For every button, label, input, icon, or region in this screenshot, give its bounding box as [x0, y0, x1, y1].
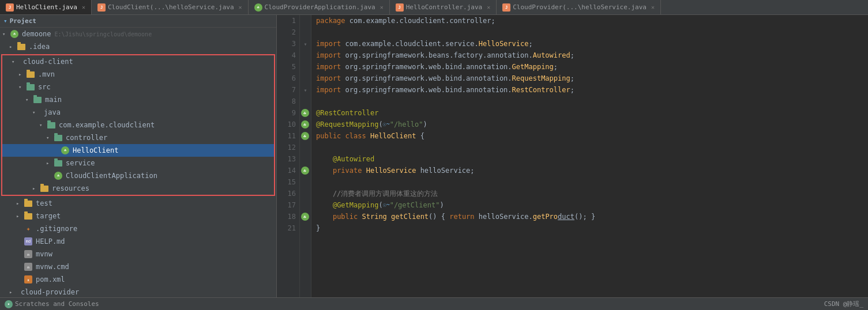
- tree-root-path: E:\Jishu\springcloud\demoone: [55, 31, 152, 37]
- sidebar-item-package[interactable]: com.example.cloudclient: [2, 119, 274, 131]
- tab-cloudclient[interactable]: J CloudClient(...\helloService.java ✕: [92, 0, 249, 14]
- watermark: CSDN @静瑶_: [824, 300, 863, 308]
- mvn-file-icon: m: [24, 250, 32, 258]
- sidebar-item-gitignore[interactable]: ✦ .gitignore: [0, 222, 276, 235]
- sidebar-item-hellocllient[interactable]: ☘ HelloClient: [2, 144, 274, 157]
- tree-root-label: demoone: [22, 30, 51, 38]
- tree-label: main: [45, 96, 62, 104]
- tree-label: .mvn: [38, 70, 55, 78]
- tree-label: .idea: [29, 43, 50, 51]
- spring-gutter-icon: ☘: [301, 109, 309, 117]
- code-line: [316, 142, 868, 153]
- tree-root[interactable]: ☘ demoone E:\Jishu\springcloud\demoone: [0, 28, 276, 40]
- code-line: public class HelloClient {: [316, 130, 868, 142]
- code-line: [316, 176, 868, 188]
- sidebar-item-controller[interactable]: controller: [2, 131, 274, 144]
- red-outline-group: cloud-client .mvn src m: [1, 54, 275, 196]
- code-line: [316, 96, 868, 107]
- mvn-file-icon: m: [24, 263, 32, 271]
- sidebar-item-pomxml[interactable]: x pom.xml: [0, 273, 276, 286]
- sidebar-item-test[interactable]: test: [0, 197, 276, 210]
- folder-icon: [24, 213, 32, 220]
- project-header: ▾ Project: [0, 15, 276, 28]
- code-line: }: [316, 222, 868, 234]
- sidebar-item-target[interactable]: target: [0, 210, 276, 222]
- tab-hellocllient[interactable]: J HelloClient.java ✕: [0, 0, 92, 14]
- line-numbers: 1 2 3 4 5 6 7 8 9 10 11 12 13 14 15 16 1…: [277, 15, 300, 297]
- arrow-icon: [39, 122, 46, 128]
- md-file-icon: md: [24, 237, 32, 245]
- bottom-bar: ✦ Scratches and Consoles CSDN @静瑶_: [0, 297, 868, 310]
- sidebar-item-mvnw[interactable]: m mvnw: [0, 248, 276, 260]
- arrow-icon: [25, 97, 32, 103]
- tab-label: CloudProvider(...\helloService.java: [513, 3, 647, 11]
- folder-icon: [24, 201, 32, 207]
- tree-label: java: [44, 108, 61, 116]
- tab-close[interactable]: ✕: [82, 4, 85, 10]
- sidebar-item-src[interactable]: src: [2, 81, 274, 93]
- code-line: import com.example.cloudclient.service.H…: [316, 38, 868, 50]
- arrow-icon: [9, 44, 16, 50]
- sidebar-item-service[interactable]: service: [2, 157, 274, 169]
- code-line: @Autowired: [316, 153, 868, 165]
- sidebar-item-mvnwcmd[interactable]: m mvnw.cmd: [0, 260, 276, 273]
- folder-icon: [27, 71, 35, 78]
- arrow-icon: [18, 71, 25, 77]
- spring-gutter-icon: ☘: [301, 167, 309, 175]
- arrow-icon: [32, 186, 39, 191]
- tab-close[interactable]: ✕: [239, 4, 242, 10]
- sidebar-item-helpmd[interactable]: md HELP.md: [0, 235, 276, 248]
- spring-file-icon: ☘: [54, 172, 62, 180]
- code-line: public String getClient() { return hello…: [316, 211, 868, 222]
- code-line: @RestController: [316, 107, 868, 119]
- tab-cloudprovider[interactable]: ☘ CloudProviderApplication.java ✕: [249, 0, 390, 14]
- sidebar-item-cloud-provider[interactable]: cloud-provider: [0, 286, 276, 297]
- spring-file-icon: ☘: [254, 3, 262, 12]
- fold-icon[interactable]: ▾: [303, 41, 307, 47]
- sidebar-item-java[interactable]: java: [2, 106, 274, 119]
- feather-icon: ✦: [24, 225, 32, 233]
- arrow-icon: [46, 135, 53, 141]
- code-line: import org.springframework.beans.factory…: [316, 50, 868, 61]
- scratches-icon-bottom: ✦: [5, 300, 13, 308]
- tab-close[interactable]: ✕: [380, 4, 384, 10]
- spring-file-icon: ☘: [61, 146, 69, 154]
- scratches-label[interactable]: Scratches and Consoles: [15, 300, 99, 308]
- sidebar-item-main[interactable]: main: [2, 93, 274, 106]
- bottom-left: ✦ Scratches and Consoles: [5, 300, 99, 308]
- folder-icon: [17, 44, 25, 50]
- code-area[interactable]: package com.example.cloudclient.controll…: [311, 15, 868, 297]
- tab-cloudprovider2[interactable]: J CloudProvider(...\helloService.java ✕: [497, 0, 661, 14]
- sidebar-item-idea[interactable]: .idea: [0, 40, 276, 53]
- tree-label: service: [66, 159, 95, 167]
- code-line: [316, 27, 868, 38]
- code-line: //消费者调用方调用体重这的方法: [316, 188, 868, 199]
- fold-icon[interactable]: ▾: [303, 87, 307, 93]
- sidebar-item-cloud-client[interactable]: cloud-client: [2, 55, 274, 68]
- java-file-icon: J: [396, 3, 404, 12]
- tab-label: HelloClient.java: [16, 3, 77, 11]
- java-file-icon: J: [502, 3, 510, 12]
- tree-label: HELP.md: [36, 237, 65, 245]
- code-line: @GetMapping(☉~"/getClient"): [316, 199, 868, 211]
- code-line: package com.example.cloudclient.controll…: [316, 15, 868, 27]
- tree-container: ☘ demoone E:\Jishu\springcloud\demoone .…: [0, 28, 276, 297]
- sidebar-item-cloudclientapp[interactable]: ☘ CloudClientApplication: [2, 169, 274, 182]
- tree-label: src: [38, 83, 51, 91]
- sidebar-item-mvn[interactable]: .mvn: [2, 68, 274, 81]
- main-layout: ▾ Project ☘ demoone E:\Jishu\springcloud…: [0, 15, 868, 297]
- tab-close[interactable]: ✕: [651, 4, 655, 10]
- tab-close[interactable]: ✕: [487, 4, 490, 10]
- code-line: import org.springframework.web.bind.anno…: [316, 73, 868, 84]
- folder-icon: [54, 160, 62, 167]
- arrow-icon: [9, 289, 16, 295]
- folder-icon: [27, 84, 35, 90]
- code-line: @RequestMapping(☉~"/hello"): [316, 119, 868, 130]
- sidebar-item-resources[interactable]: resources: [2, 182, 274, 195]
- project-label: ▾: [3, 17, 7, 25]
- tab-hellocontroller[interactable]: J HelloController.java ✕: [390, 0, 497, 14]
- tree-label: controller: [66, 134, 107, 142]
- tree-label: CloudClientApplication: [66, 172, 157, 180]
- arrow-icon: [46, 160, 53, 166]
- tree-label: mvnw: [36, 250, 52, 258]
